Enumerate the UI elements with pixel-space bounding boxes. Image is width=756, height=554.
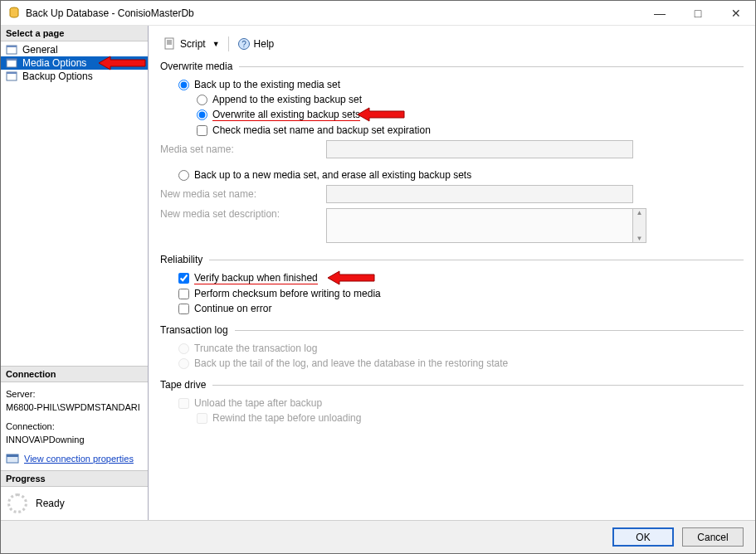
scroll-down-icon: ▼ xyxy=(637,235,643,242)
tail-log-radio xyxy=(178,358,189,369)
backup-database-dialog: Back Up Database - ConisioMasterDb ― □ ✕… xyxy=(0,0,756,554)
help-icon: ? xyxy=(237,37,251,51)
connection-header: Connection xyxy=(1,366,148,382)
svg-marker-13 xyxy=(358,108,404,121)
continue-on-error-checkbox[interactable] xyxy=(178,304,189,314)
server-label: Server: xyxy=(6,387,143,401)
view-connection-properties-link[interactable]: View connection properties xyxy=(24,452,134,466)
script-label: Script xyxy=(180,38,206,50)
rewind-tape-checkbox xyxy=(197,413,207,424)
group-label: Overwrite media xyxy=(160,61,232,72)
existing-media-label: Back up to the existing media set xyxy=(194,79,340,90)
script-button[interactable]: Script ▼ xyxy=(160,36,223,52)
ok-button[interactable]: OK xyxy=(612,527,674,547)
truncate-log-radio xyxy=(178,343,189,354)
scroll-up-icon: ▲ xyxy=(637,209,643,216)
new-media-radio[interactable] xyxy=(178,170,189,181)
transaction-log-group: Transaction log Truncate the transaction… xyxy=(160,324,744,371)
verify-backup-label: Verify backup when finished xyxy=(194,272,318,284)
truncate-log-label: Truncate the transaction log xyxy=(194,343,317,354)
new-media-name-input xyxy=(326,185,633,203)
sidebar: Select a page General Media Options Back… xyxy=(1,26,149,520)
checksum-label: Perform checksum before writing to media xyxy=(194,288,381,299)
window-title: Back Up Database - ConisioMasterDb xyxy=(26,7,641,19)
overwrite-all-radio[interactable] xyxy=(197,109,207,120)
svg-rect-4 xyxy=(7,59,17,61)
new-media-desc-input xyxy=(326,208,633,243)
connection-info: Server: M6800-PHIL\SWPDMSTANDARI Connect… xyxy=(1,382,148,471)
sidebar-item-media-options[interactable]: Media Options xyxy=(1,56,148,70)
annotation-arrow-icon xyxy=(97,55,149,71)
progress-header: Progress xyxy=(1,470,148,487)
group-label: Reliability xyxy=(160,254,202,265)
progress-spinner-icon xyxy=(7,493,27,513)
svg-rect-9 xyxy=(7,454,18,457)
sidebar-item-label: Backup Options xyxy=(22,70,93,82)
database-icon xyxy=(7,7,21,20)
group-label: Tape drive xyxy=(160,379,206,391)
append-label: Append to the existing backup set xyxy=(212,94,362,105)
titlebar[interactable]: Back Up Database - ConisioMasterDb ― □ ✕ xyxy=(1,1,755,26)
overwrite-media-group: Overwrite media Back up to the existing … xyxy=(160,61,744,245)
rewind-tape-label: Rewind the tape before unloading xyxy=(212,412,361,424)
annotation-arrow-icon xyxy=(326,270,378,286)
page-icon xyxy=(6,70,19,82)
continue-on-error-label: Continue on error xyxy=(194,303,271,314)
new-media-name-label: New media set name: xyxy=(160,188,326,200)
sidebar-item-label: General xyxy=(22,44,58,56)
unload-tape-checkbox xyxy=(178,398,189,409)
svg-marker-5 xyxy=(99,56,145,70)
maximize-button[interactable]: □ xyxy=(679,1,717,25)
select-page-header: Select a page xyxy=(1,26,148,41)
sidebar-item-backup-options[interactable]: Backup Options xyxy=(1,70,148,83)
check-media-checkbox[interactable] xyxy=(197,125,207,136)
tape-drive-group: Tape drive Unload the tape after backup … xyxy=(160,379,744,425)
dropdown-icon: ▼ xyxy=(212,40,220,48)
connection-label: Connection: xyxy=(6,420,143,434)
properties-icon xyxy=(6,452,19,465)
server-value: M6800-PHIL\SWPDMSTANDARI xyxy=(6,401,143,415)
sidebar-item-general[interactable]: General xyxy=(1,43,148,56)
svg-text:?: ? xyxy=(241,40,246,49)
tail-log-label: Back up the tail of the log, and leave t… xyxy=(194,357,508,369)
toolbar: Script ▼ ? Help xyxy=(160,34,744,61)
help-label: Help xyxy=(254,38,275,50)
svg-rect-7 xyxy=(7,72,17,74)
group-label: Transaction log xyxy=(160,324,228,336)
media-set-name-label: Media set name: xyxy=(160,143,326,155)
overwrite-all-label: Overwrite all existing backup sets xyxy=(212,109,360,121)
progress-status: Ready xyxy=(36,498,65,509)
minimize-button[interactable]: ― xyxy=(641,1,679,25)
reliability-group: Reliability Verify backup when finished … xyxy=(160,254,744,316)
new-media-desc-label: New media set description: xyxy=(160,208,326,220)
existing-media-radio[interactable] xyxy=(178,80,189,90)
check-media-label: Check media set name and backup set expi… xyxy=(212,124,431,136)
close-button[interactable]: ✕ xyxy=(717,1,755,25)
page-icon xyxy=(6,57,19,69)
new-media-label: Back up to a new media set, and erase al… xyxy=(194,169,471,181)
help-button[interactable]: ? Help xyxy=(234,36,278,52)
media-set-name-input xyxy=(326,140,633,158)
unload-tape-label: Unload the tape after backup xyxy=(194,397,322,409)
dialog-footer: OK Cancel xyxy=(1,520,755,553)
page-icon xyxy=(6,44,19,56)
verify-backup-checkbox[interactable] xyxy=(178,273,189,284)
sidebar-item-label: Media Options xyxy=(22,57,86,69)
connection-value: INNOVA\PDowning xyxy=(6,433,143,447)
svg-rect-2 xyxy=(7,46,17,47)
script-icon xyxy=(163,37,177,51)
checksum-checkbox[interactable] xyxy=(178,289,189,299)
cancel-button[interactable]: Cancel xyxy=(682,527,744,547)
svg-marker-14 xyxy=(328,271,374,284)
main-panel: Script ▼ ? Help Overwrite media Back up … xyxy=(149,26,755,520)
annotation-arrow-icon xyxy=(356,106,407,123)
append-radio[interactable] xyxy=(197,95,207,105)
